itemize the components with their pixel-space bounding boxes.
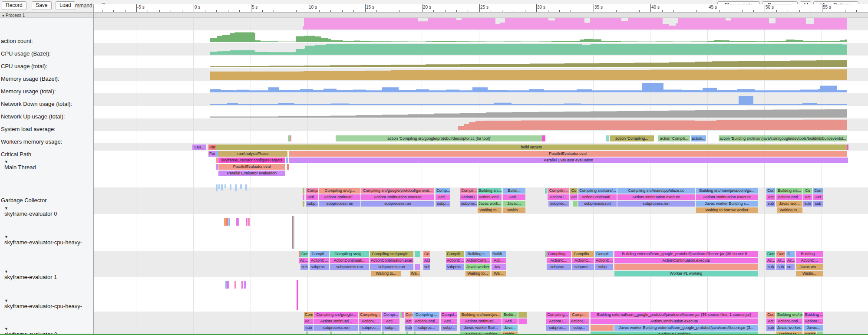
trace-event-bar[interactable]: Compil...: [306, 188, 318, 194]
trace-event-bar[interactable]: subprocess.run: [370, 264, 413, 270]
trace-event-bar[interactable]: Acti...: [441, 319, 457, 324]
trace-event-sliver[interactable]: [246, 218, 248, 226]
trace-event-sliver[interactable]: [224, 184, 226, 188]
trace-event-bar[interactable]: ActionConti...: [465, 258, 490, 263]
trace-event-bar[interactable]: Ac...: [776, 258, 785, 263]
trace-event-bar[interactable]: ActionConti...: [413, 319, 439, 324]
trace-event-bar[interactable]: Jav...: [492, 264, 506, 270]
trace-event-sliver[interactable]: [226, 218, 228, 226]
counter-chart-memory-usage-total-[interactable]: [93, 68, 868, 81]
time-ruler[interactable]: -5 s0 s5 s10 s15 s20 s25 s30 s35 s40 s45…: [93, 4, 868, 12]
trace-event-sliver[interactable]: [228, 218, 230, 226]
trace-event-bar[interactable]: sub: [766, 201, 775, 207]
trace-event-sliver[interactable]: [542, 135, 545, 141]
trace-event-bar[interactable]: Javac worker Building s...: [696, 201, 758, 207]
trace-event-bar[interactable]: Compiling...: [546, 312, 569, 318]
trace-event-bar[interactable]: Ac...: [299, 258, 308, 263]
trace-event-bar[interactable]: Javac worker Buil...: [460, 325, 502, 331]
trace-event-bar[interactable]: Acti...: [306, 194, 318, 200]
trace-event-bar[interactable]: Buildi...: [492, 251, 506, 257]
trace-event-sliver[interactable]: [216, 158, 218, 163]
trace-event-bar[interactable]: Ac...: [304, 319, 314, 324]
trace-event-bar[interactable]: Compil...: [310, 251, 329, 257]
trace-event-bar[interactable]: sub: [776, 264, 785, 270]
trace-event-bar[interactable]: Building src/main/jav...: [460, 312, 502, 318]
trace-event-bar[interactable]: Compilin...: [572, 251, 594, 257]
trace-event-bar[interactable]: Act: [423, 258, 430, 263]
trace-event-bar[interactable]: Javac wo...: [796, 264, 823, 270]
trace-event-bar[interactable]: ActionC...: [572, 258, 594, 263]
trace-event-bar[interactable]: Building src...: [478, 188, 502, 194]
trace-event-bar[interactable]: Com: [304, 312, 314, 318]
trace-event-bar[interactable]: Par: [208, 151, 216, 157]
trace-event-sliver[interactable]: [244, 281, 246, 289]
trace-event-bar[interactable]: Wai...: [492, 271, 506, 276]
trace-event-bar[interactable]: Waiting to...: [478, 207, 502, 213]
trace-event-bar[interactable]: Acti...: [492, 258, 506, 263]
trace-event-bar[interactable]: Compiling src/google...: [314, 312, 358, 318]
trace-event-bar[interactable]: subproc...: [572, 264, 594, 270]
trace-event-bar[interactable]: ActionC...: [548, 194, 569, 200]
trace-event-bar[interactable]: Act: [813, 194, 823, 200]
trace-event-bar[interactable]: Ac...: [766, 258, 775, 263]
counter-chart-network-up-usage-total-[interactable]: [93, 93, 868, 106]
trace-event-bar[interactable]: Javac worker Building external/com_googl…: [614, 325, 758, 331]
trace-event-bar[interactable]: runAnalysisPhase: [218, 151, 287, 157]
trace-event-bar[interactable]: subp...: [436, 201, 450, 207]
trace-event-bar[interactable]: Compiling ...: [547, 251, 571, 257]
trace-event-bar[interactable]: Waiting to borrow worker: [696, 207, 758, 213]
trace-event-sliver[interactable]: [303, 194, 304, 200]
trace-event-sliver[interactable]: [221, 184, 223, 190]
trace-event-bar[interactable]: Com: [766, 188, 775, 194]
trace-event-bar[interactable]: ActionContinuati...: [578, 194, 617, 200]
trace-event-bar[interactable]: Waitin...: [796, 271, 823, 276]
trace-event-bar[interactable]: subprocess.run: [330, 264, 369, 270]
trace-event-bar[interactable]: ActionC...: [547, 258, 571, 263]
trace-event-bar[interactable]: action 'Compiling src/google/protobuf/de…: [336, 135, 542, 141]
trace-event-bar[interactable]: Wai...: [410, 271, 420, 276]
counter-chart-cpu-usage-total-[interactable]: [93, 43, 868, 56]
trace-event-bar[interactable]: Comp...: [436, 188, 450, 194]
trace-event-sliver[interactable]: [216, 184, 218, 191]
trace-event-sliver[interactable]: [847, 145, 848, 150]
trace-event-sliver[interactable]: [415, 264, 420, 270]
trace-event-bar[interactable]: sub: [813, 201, 823, 207]
trace-event-bar[interactable]: Parallel Evaluator evaluation: [289, 158, 848, 163]
record-button[interactable]: Record: [2, 1, 26, 10]
trace-event-bar[interactable]: ActionContinuation.execute: [614, 258, 758, 263]
trace-event-bar[interactable]: Javac worker...: [776, 325, 802, 331]
trace-event-bar[interactable]: action 'Compili...: [658, 135, 690, 141]
trace-event-bar[interactable]: su...: [786, 264, 795, 270]
trace-event-bar[interactable]: Buildi...: [502, 312, 518, 318]
trace-event-bar[interactable]: Co: [570, 188, 578, 194]
trace-event-bar[interactable]: Compiling src/main/cpp/blaze.cc: [617, 188, 695, 194]
trace-event-bar[interactable]: Co: [803, 188, 812, 194]
trace-event-bar[interactable]: ParallelEvaluator.eval: [289, 151, 847, 157]
trace-event-bar[interactable]: Compilin...: [548, 188, 569, 194]
trace-event-bar[interactable]: action 'Compiling...: [610, 135, 654, 141]
counter-chart-network-down-usage-total-[interactable]: [93, 81, 868, 93]
trace-event-bar[interactable]: Acti...: [382, 319, 399, 324]
trace-event-bar[interactable]: subp...: [441, 325, 457, 331]
trace-event-bar[interactable]: Building src/main/java/com/go...: [696, 188, 758, 194]
trace-event-bar[interactable]: Javac wor...: [776, 201, 802, 207]
trace-event-bar[interactable]: ActionC...: [595, 258, 613, 263]
trace-event-bar[interactable]: Compiling ...: [413, 312, 439, 318]
trace-event-bar[interactable]: Waitin...: [503, 207, 525, 213]
trace-event-bar[interactable]: Act: [405, 319, 413, 324]
row-label-main-thread[interactable]: ▼Main Thread: [4, 160, 36, 171]
trace-event-bar[interactable]: subproc...: [310, 264, 329, 270]
trace-event-bar[interactable]: Com: [405, 312, 413, 318]
trace-event-bar[interactable]: Compili...: [446, 251, 464, 257]
trace-event-bar[interactable]: Javac work...: [478, 201, 502, 207]
trace-event-bar[interactable]: buildTargets: [216, 145, 847, 150]
trace-event-sliver[interactable]: [614, 264, 758, 270]
trace-event-bar[interactable]: Compiling src/g...: [330, 251, 369, 257]
trace-event-bar[interactable]: Com: [300, 251, 308, 257]
trace-event-bar[interactable]: Compiling...: [359, 312, 381, 318]
trace-event-bar[interactable]: ActionC...: [546, 319, 569, 324]
trace-event-sliver[interactable]: [402, 312, 404, 318]
trace-event-bar[interactable]: Compiling src/core/...: [578, 188, 617, 194]
trace-event-bar[interactable]: Building external/com_google_protobuf/ja…: [591, 312, 758, 318]
trace-event-bar[interactable]: ActionC...: [570, 319, 589, 324]
